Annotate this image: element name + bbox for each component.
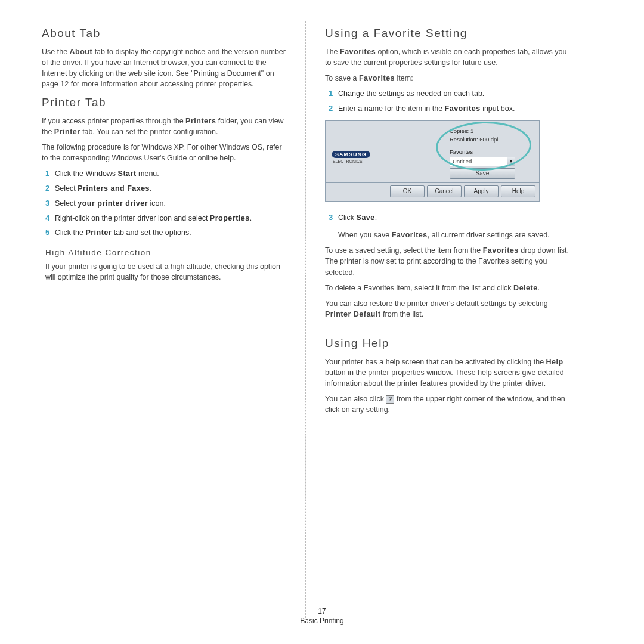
list-item: 2Enter a name for the item in the Favori… <box>329 103 569 114</box>
printer-paragraph-2: The following procedure is for Windows X… <box>42 142 286 163</box>
page-number: 17 <box>0 607 644 615</box>
heading-about-tab: About Tab <box>42 25 286 42</box>
list-item: 3Select your printer driver icon. <box>45 198 286 209</box>
ok-button[interactable]: OK <box>390 185 425 197</box>
help-paragraph-2: You can also click ? from the upper righ… <box>325 394 569 415</box>
right-column: Using a Favorite Setting The Favorites o… <box>313 21 569 618</box>
heading-high-altitude: High Altitude Correction <box>45 247 286 259</box>
fav-saved-paragraph: When you save Favorites, all current dri… <box>325 230 569 240</box>
about-paragraph: Use the About tab to display the copyrig… <box>42 47 286 90</box>
left-column: About Tab Use the About tab to display t… <box>42 21 298 618</box>
fav-steps-list-a: 1Change the settings as needed on each t… <box>325 88 569 114</box>
list-item: 5Click the Printer tab and set the optio… <box>45 227 286 239</box>
high-altitude-paragraph: If your printer is going to be used at a… <box>42 261 286 283</box>
fav-paragraph-4: To delete a Favorites item, select it fr… <box>325 283 569 293</box>
favorites-label: Favorites <box>450 148 533 156</box>
heading-using-help: Using Help <box>325 335 569 352</box>
footer-section: Basic Printing <box>0 617 644 625</box>
help-button[interactable]: Help <box>501 185 535 197</box>
help-paragraph-1: Your printer has a help screen that can … <box>325 357 569 389</box>
fav-steps-list-b: 3Click Save. <box>325 212 569 224</box>
column-divider <box>305 21 306 618</box>
samsung-logo: SAMSUNG <box>332 151 370 158</box>
printer-steps-list: 1Click the Windows Start menu. 2Select P… <box>42 168 286 239</box>
list-item: 1Change the settings as needed on each t… <box>329 88 569 100</box>
dialog-screenshot: SAMSUNG ELECTRONICS Copies: 1 Resolution… <box>325 120 540 202</box>
brand-sub: ELECTRONICS <box>333 159 370 165</box>
list-item: 3Click Save. <box>329 212 569 224</box>
fav-paragraph-1: The Favorites option, which is visible o… <box>325 47 569 68</box>
page-footer: 17 Basic Printing <box>0 607 644 625</box>
favorites-input[interactable]: Untitled <box>450 157 507 166</box>
heading-favorite-setting: Using a Favorite Setting <box>325 25 569 42</box>
help-icon[interactable]: ? <box>386 395 394 404</box>
chevron-down-icon[interactable]: ▼ <box>507 157 515 166</box>
cancel-button[interactable]: Cancel <box>427 185 462 197</box>
save-button[interactable]: Save <box>450 168 515 179</box>
favorites-dropdown[interactable]: Untitled ▼ <box>450 157 533 166</box>
apply-button[interactable]: Apply <box>464 185 499 197</box>
fav-paragraph-5: You can also restore the printer driver'… <box>325 298 569 320</box>
heading-printer-tab: Printer Tab <box>42 94 286 111</box>
fav-paragraph-2: To save a Favorites item: <box>325 73 569 83</box>
list-item: 1Click the Windows Start menu. <box>45 168 286 179</box>
list-item: 4Right-click on the printer driver icon … <box>45 213 286 224</box>
list-item: 2Select Printers and Faxes. <box>45 183 286 194</box>
printer-paragraph-1: If you access printer properties through… <box>42 116 286 137</box>
fav-paragraph-3: To use a saved setting, select the item … <box>325 245 569 277</box>
